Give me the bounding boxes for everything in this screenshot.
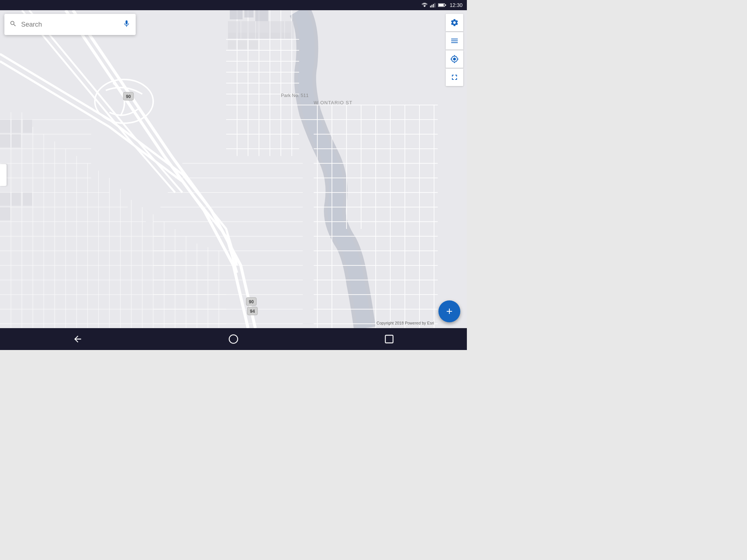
svg-rect-121 [12,120,21,133]
copyright-text: Copyright 2018 Powered by Esri [376,321,434,325]
svg-text:W ONTARIO ST: W ONTARIO ST [314,100,352,105]
svg-rect-6 [445,4,446,5]
svg-rect-108 [285,21,285,39]
svg-rect-101 [228,40,236,49]
back-icon [73,334,83,344]
svg-rect-0 [430,6,431,8]
svg-rect-106 [255,21,256,39]
svg-rect-105 [241,21,241,39]
svg-rect-7 [0,10,467,328]
svg-text:90: 90 [249,299,254,304]
svg-rect-127 [23,192,32,206]
svg-rect-130 [385,335,393,343]
svg-rect-110 [244,10,253,18]
svg-rect-120 [0,120,10,133]
svg-rect-122 [23,120,32,133]
right-toolbar [446,14,463,86]
fullscreen-button[interactable] [446,69,463,86]
layers-button[interactable] [446,32,463,50]
svg-rect-123 [0,134,10,147]
map-svg: 90 90 94 Park No. 511 W ONTARIO ST [0,10,467,328]
home-circle-icon [228,334,239,344]
home-button[interactable] [222,332,244,346]
svg-rect-104 [228,21,294,39]
wifi-icon [421,3,428,8]
location-icon [450,55,459,63]
search-icon [9,20,17,29]
svg-rect-111 [255,10,268,21]
recents-icon [384,334,394,344]
svg-text:94: 94 [250,309,255,314]
svg-rect-128 [0,207,10,220]
svg-rect-102 [238,40,247,49]
back-button[interactable] [67,332,89,346]
map-area[interactable]: 90 90 94 Park No. 511 W ONTARIO ST [0,10,467,328]
my-location-button[interactable] [446,50,463,68]
svg-rect-2 [433,4,434,8]
fullscreen-icon [450,73,459,82]
svg-rect-3 [434,3,435,7]
status-bar: 12:30 [0,0,467,10]
svg-point-129 [229,335,237,343]
layers-icon [450,36,459,45]
svg-text:90: 90 [126,94,131,99]
settings-button[interactable] [446,14,463,31]
svg-rect-5 [438,4,444,6]
svg-rect-1 [431,5,432,7]
svg-text:Park No. 511: Park No. 511 [281,93,309,98]
time-display: 12:30 [450,2,462,8]
battery-icon [438,3,446,7]
plus-icon: + [446,306,453,317]
microphone-icon[interactable] [123,20,131,30]
add-fab-button[interactable]: + [438,300,460,322]
svg-rect-124 [12,134,21,147]
recents-button[interactable] [378,332,400,346]
gear-icon [450,18,459,27]
svg-rect-126 [12,192,21,206]
bottom-navigation [0,328,467,350]
signal-icon [430,3,436,8]
svg-rect-103 [249,40,258,49]
search-bar[interactable] [4,14,136,35]
search-input[interactable] [21,21,123,28]
left-panel-tab[interactable] [0,164,7,186]
svg-rect-125 [0,192,10,206]
svg-rect-109 [230,10,243,19]
svg-rect-107 [270,21,270,39]
